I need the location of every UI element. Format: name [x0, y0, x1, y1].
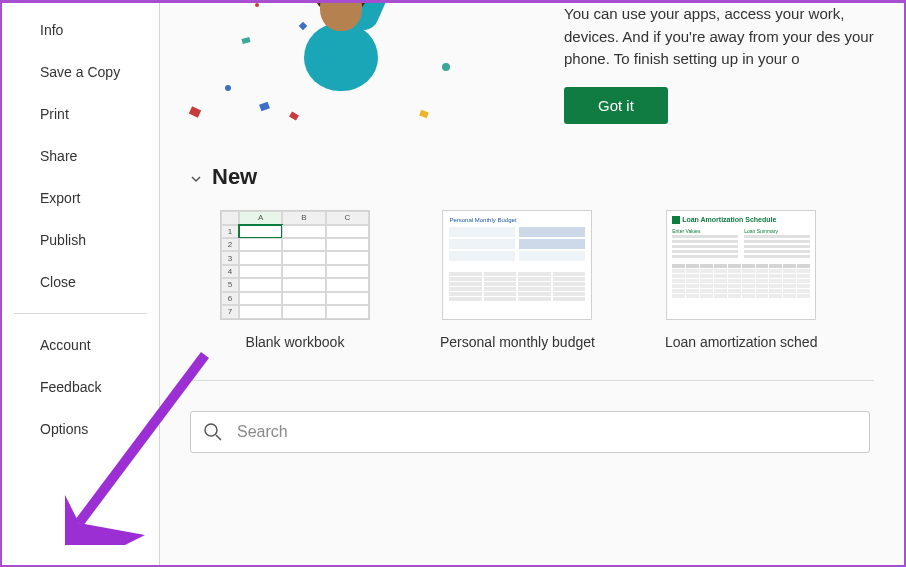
sidebar-divider	[14, 313, 147, 314]
template-label: Personal monthly budget	[440, 334, 595, 350]
sidebar-item-close[interactable]: Close	[2, 261, 159, 303]
svg-line-1	[216, 435, 221, 440]
sidebar-item-share[interactable]: Share	[2, 135, 159, 177]
templates-row: ABC 1 2 3 4 5 6 7 Blank workbook Persona…	[190, 210, 874, 350]
svg-point-0	[205, 424, 217, 436]
sidebar-item-account[interactable]: Account	[2, 324, 159, 366]
template-thumb-blank: ABC 1 2 3 4 5 6 7	[220, 210, 370, 320]
template-thumb-loan: Loan Amortization Schedule Enter Values …	[666, 210, 816, 320]
new-section-header[interactable]: New	[190, 164, 874, 190]
backstage-sidebar: Info Save a Copy Print Share Export Publ…	[2, 3, 160, 565]
banner-illustration	[190, 3, 540, 123]
sidebar-item-publish[interactable]: Publish	[2, 219, 159, 261]
template-blank-workbook[interactable]: ABC 1 2 3 4 5 6 7 Blank workbook	[220, 210, 370, 350]
section-title-new: New	[212, 164, 257, 190]
template-loan-amortization[interactable]: Loan Amortization Schedule Enter Values …	[665, 210, 818, 350]
sidebar-item-feedback[interactable]: Feedback	[2, 366, 159, 408]
search-box[interactable]	[190, 411, 870, 453]
setup-banner: You can use your apps, access your work,…	[190, 3, 874, 124]
search-input[interactable]	[237, 423, 857, 441]
sidebar-item-export[interactable]: Export	[2, 177, 159, 219]
search-icon	[203, 422, 223, 442]
template-personal-budget[interactable]: Personal Monthly Budget Personal monthly…	[440, 210, 595, 350]
banner-text: You can use your apps, access your work,…	[564, 3, 874, 71]
sidebar-item-info[interactable]: Info	[2, 9, 159, 51]
divider	[190, 380, 874, 381]
template-thumb-budget: Personal Monthly Budget	[442, 210, 592, 320]
sidebar-item-options[interactable]: Options	[2, 408, 159, 450]
template-label: Blank workbook	[246, 334, 345, 350]
main-panel: You can use your apps, access your work,…	[160, 3, 904, 565]
template-label: Loan amortization sched	[665, 334, 818, 350]
sidebar-item-save-copy[interactable]: Save a Copy	[2, 51, 159, 93]
chevron-down-icon	[190, 171, 202, 183]
sidebar-item-print[interactable]: Print	[2, 93, 159, 135]
got-it-button[interactable]: Got it	[564, 87, 668, 124]
